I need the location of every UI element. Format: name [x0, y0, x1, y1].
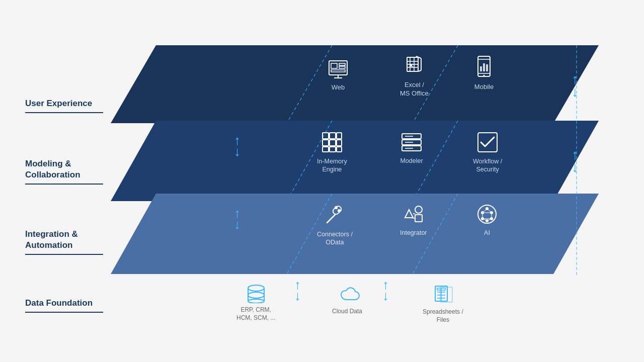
svg-rect-36: [337, 140, 342, 146]
ia-df-arrow-right: ↑ ↓: [382, 279, 389, 301]
svg-line-58: [409, 218, 415, 218]
spreadsheets-label: Spreadsheets /Files: [423, 308, 463, 324]
svg-rect-24: [480, 66, 482, 71]
erp-icon: [246, 284, 267, 303]
workflow-security-label: Workflow /Security: [473, 157, 502, 174]
svg-rect-33: [337, 133, 342, 139]
svg-marker-47: [111, 194, 599, 274]
mc-ia-arrow: ↑ ↓: [234, 208, 240, 230]
svg-rect-7: [331, 70, 345, 72]
ux-layer-shape: [111, 45, 599, 123]
svg-rect-37: [323, 147, 329, 152]
icon-ai: AI: [475, 203, 499, 236]
cloud-label: Cloud Data: [332, 308, 362, 315]
svg-rect-26: [486, 64, 488, 71]
spreadsheets-icon: [432, 284, 453, 305]
icon-modeler: Modeler: [400, 131, 423, 164]
layer-integration-automation: Connectors /OData Integrator: [111, 194, 599, 274]
svg-rect-39: [337, 147, 342, 152]
svg-point-52: [338, 209, 341, 212]
icon-mobile: Mobile: [473, 55, 495, 90]
icon-excel: Excel /MS Office: [400, 55, 429, 98]
workflow-security-icon: [476, 131, 499, 154]
label-modeling-collaboration: Modeling &Collaboration: [25, 158, 103, 185]
df-item-spreadsheets: Spreadsheets /Files: [423, 284, 463, 324]
ai-icon: [475, 203, 499, 226]
mc-right-arrow: ↑ ↓: [572, 148, 579, 173]
mobile-icon: [473, 55, 495, 79]
svg-rect-5: [339, 63, 345, 65]
in-memory-label: In-MemoryEngine: [317, 157, 347, 174]
svg-rect-3: [329, 61, 347, 75]
svg-rect-31: [323, 133, 329, 139]
connectors-icon: [323, 204, 346, 227]
svg-marker-28: [111, 121, 599, 201]
svg-rect-25: [483, 63, 485, 71]
ux-mc-arrow: ↑ ↓: [234, 135, 240, 157]
svg-rect-38: [330, 147, 336, 152]
svg-rect-34: [323, 140, 329, 146]
integrator-label: Integrator: [400, 229, 427, 236]
modeler-label: Modeler: [400, 157, 423, 164]
excel-label: Excel /MS Office: [400, 81, 429, 98]
svg-line-50: [327, 215, 335, 223]
layer-modeling-collaboration: In-MemoryEngine Modeler Workf: [111, 121, 599, 201]
icon-connectors: Connectors /OData: [317, 204, 353, 247]
web-icon: [327, 58, 349, 80]
right-dashed-border: [576, 45, 577, 275]
svg-rect-35: [330, 140, 336, 146]
excel-icon: [403, 55, 425, 77]
icon-web: Web: [327, 58, 349, 91]
web-label: Web: [332, 83, 345, 91]
svg-rect-32: [330, 133, 336, 139]
svg-rect-56: [415, 215, 422, 222]
mc-layer-shape: [111, 121, 599, 201]
layer-user-experience: Web Excel /MS Office: [111, 45, 599, 123]
svg-marker-0: [111, 45, 599, 123]
svg-point-77: [248, 292, 264, 298]
diagram-container: User Experience Modeling &Collaboration …: [25, 10, 619, 352]
svg-line-67: [487, 209, 492, 213]
icon-workflow-security: Workflow /Security: [473, 131, 502, 174]
svg-marker-54: [405, 210, 413, 218]
svg-rect-87: [440, 287, 452, 302]
label-user-experience: User Experience: [25, 98, 103, 113]
ai-label: AI: [484, 229, 490, 236]
df-item-erp: ERP, CRM,HCM, SCM, ...: [236, 284, 275, 322]
icon-integrator: Integrator: [400, 203, 427, 236]
svg-line-66: [482, 209, 487, 213]
modeler-icon: [400, 131, 423, 154]
icon-in-memory: In-MemoryEngine: [317, 131, 347, 174]
connectors-label: Connectors /OData: [317, 230, 353, 247]
label-data-foundation: [object Object] Data Foundation: [25, 298, 103, 313]
svg-point-74: [248, 285, 264, 291]
in-memory-icon: [320, 131, 344, 154]
erp-label: ERP, CRM,HCM, SCM, ...: [236, 306, 275, 322]
svg-point-53: [335, 206, 338, 209]
cloud-icon: [334, 286, 360, 305]
integrator-icon: [402, 203, 425, 226]
label-integration-automation: Integration &Automation: [25, 229, 103, 255]
svg-rect-4: [331, 63, 337, 68]
ia-df-arrow-left: ↑ ↓: [294, 279, 301, 301]
svg-point-55: [415, 206, 422, 213]
ux-right-arrow: ↑ ↓: [572, 73, 579, 98]
mobile-label: Mobile: [474, 83, 494, 90]
df-item-cloud: Cloud Data: [332, 286, 362, 315]
svg-point-27: [484, 75, 485, 76]
ia-layer-shape: [111, 194, 599, 274]
svg-point-80: [248, 299, 264, 303]
svg-rect-51: [332, 205, 343, 215]
svg-rect-6: [339, 66, 345, 68]
